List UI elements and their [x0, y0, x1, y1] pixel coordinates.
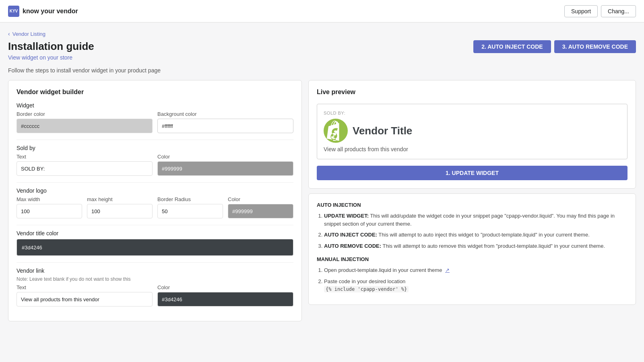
sold-by-row: Text Color #999999	[17, 154, 293, 176]
manual-item-2-text: Paste code in your desired location	[324, 278, 405, 284]
support-button[interactable]: Support	[564, 5, 598, 17]
sold-by-section-label: Sold by	[17, 145, 293, 151]
sold-by-color-value: #999999	[162, 166, 182, 172]
app-header: KYV know your vendor Support Chang...	[0, 0, 644, 23]
action-buttons: 2. AUTO INJECT CODE 3. AUTO REMOVE CODE	[473, 40, 636, 53]
breadcrumb[interactable]: ‹ Vendor Listing	[8, 31, 636, 37]
vendor-link-text-input[interactable]	[17, 292, 153, 306]
background-color-swatch[interactable]: #ffffff	[157, 119, 293, 133]
widget-builder-card: Vendor widget builder Widget Border colo…	[8, 80, 302, 321]
vendor-link-row: Text Color #3d4246	[17, 284, 293, 306]
injection-item-2: AUTO INJECT CODE: This will attempt to a…	[324, 231, 627, 239]
vendor-link-color-value: #3d4246	[162, 296, 182, 302]
change-button[interactable]: Chang...	[601, 5, 636, 17]
manual-injection-section: MANUAL INJECTION Open product-template.l…	[317, 256, 627, 293]
widget-color-row: Border color #cccccc Backgrount color #f…	[17, 111, 293, 133]
logo-color-group: Color #999999	[228, 196, 293, 218]
vendor-logo-row: Max width max height Border Radius Color	[17, 196, 293, 218]
vendor-link-text-label: Text	[17, 284, 153, 290]
sold-by-color-label: Color	[157, 154, 293, 160]
injection-item-2-bold: AUTO INJECT CODE:	[324, 232, 377, 238]
border-radius-input[interactable]	[157, 204, 223, 218]
vendor-title-color-swatch[interactable]: #3d4246	[17, 239, 293, 256]
vendor-row: Vendor Title	[324, 119, 621, 143]
manual-item-1-text: Open product-template.liquid in your cur…	[324, 267, 442, 273]
vendor-link-section-label: Vendor link	[17, 267, 293, 274]
app-title: know your vendor	[23, 8, 78, 15]
border-radius-label: Border Radius	[157, 196, 223, 202]
background-color-group: Backgrount color #ffffff	[157, 111, 293, 133]
injection-item-2-text: This will attempt to auto inject this wi…	[378, 232, 589, 238]
update-widget-button[interactable]: 1. UPDATE WIDGET	[317, 166, 627, 180]
view-widget-link[interactable]: View widget on your store	[8, 54, 72, 61]
sold-by-text-input[interactable]	[17, 161, 153, 176]
injection-item-1: UPDATE WIDGET: This will add/update the …	[324, 212, 627, 228]
code-snippet: {% include 'cpapp-vendor' %}	[324, 286, 409, 292]
install-note: Follow the steps to install vendor widge…	[8, 67, 636, 74]
page-header: Installation guide View widget on your s…	[8, 40, 636, 61]
manual-item-1: Open product-template.liquid in your cur…	[324, 266, 627, 274]
border-color-value: #cccccc	[21, 123, 39, 129]
widget-builder-column: Vendor widget builder Widget Border colo…	[8, 80, 302, 321]
max-height-group: max height	[87, 196, 153, 218]
vendor-title-section-label: Vendor title color	[17, 230, 293, 237]
app-icon: KYV	[8, 6, 19, 17]
header-right: Support Chang...	[564, 5, 636, 17]
injection-item-3-bold: AUTO REMOVE CODE:	[324, 243, 381, 249]
live-preview-title: Live preview	[317, 88, 627, 96]
preview-column: Live preview SOLD BY: Vendor Title View	[308, 80, 636, 305]
two-col-layout: Vendor widget builder Widget Border colo…	[8, 80, 636, 321]
breadcrumb-label: Vendor Listing	[12, 31, 45, 37]
injection-item-3-text: This will attempt to auto remove this wi…	[382, 243, 605, 249]
sold-by-text-group: Text	[17, 154, 153, 176]
page-title: Installation guide	[8, 40, 94, 53]
auto-injection-title: AUTO INJECTION	[317, 202, 627, 208]
auto-injection-section: AUTO INJECTION UPDATE WIDGET: This will …	[308, 193, 636, 305]
widget-preview: SOLD BY: Vendor Title View all products …	[317, 104, 627, 159]
logo-color-label: Color	[228, 196, 293, 202]
auto-inject-button[interactable]: 2. AUTO INJECT CODE	[473, 40, 551, 53]
vendor-link-color-group: Color #3d4246	[157, 284, 293, 306]
manual-injection-title: MANUAL INJECTION	[317, 256, 627, 262]
header-left: KYV know your vendor	[8, 6, 78, 17]
logo-color-swatch[interactable]: #999999	[228, 204, 293, 218]
border-color-group: Border color #cccccc	[17, 111, 153, 133]
manual-injection-list: Open product-template.liquid in your cur…	[317, 266, 627, 293]
max-width-group: Max width	[17, 196, 82, 218]
border-radius-group: Border Radius	[157, 196, 223, 218]
vendor-link-text-group: Text	[17, 284, 153, 306]
max-width-input[interactable]	[17, 204, 82, 218]
auto-remove-button[interactable]: 3. AUTO REMOVE CODE	[554, 40, 636, 53]
sold-by-text-label: Text	[17, 154, 153, 160]
vendor-title-color-value: #3d4246	[22, 245, 42, 251]
background-color-label: Backgrount color	[157, 111, 293, 117]
preview-vendor-link: View all products from this vendor	[324, 146, 621, 152]
sold-by-color-group: Color #999999	[157, 154, 293, 176]
breadcrumb-arrow: ‹	[8, 31, 10, 37]
sold-by-color-swatch[interactable]: #999999	[157, 161, 293, 176]
max-height-label: max height	[87, 196, 153, 202]
vendor-link-color-label: Color	[157, 284, 293, 290]
vendor-link-color-swatch[interactable]: #3d4246	[157, 292, 293, 306]
vendor-link-note: Note: Leave text blank if you do not wan…	[17, 276, 293, 282]
vendor-logo-section-label: Vendor logo	[17, 187, 293, 194]
injection-item-1-bold: UPDATE WIDGET:	[324, 213, 369, 219]
border-color-swatch[interactable]: #cccccc	[17, 119, 153, 133]
widget-section-label: Widget	[17, 102, 293, 109]
manual-item-2: Paste code in your desired location {% i…	[324, 278, 627, 293]
border-color-label: Border color	[17, 111, 153, 117]
external-link-icon[interactable]: ↗	[445, 266, 450, 274]
auto-injection-list: UPDATE WIDGET: This will add/update the …	[317, 212, 627, 250]
background-color-value: #ffffff	[162, 123, 173, 129]
preview-vendor-title: Vendor Title	[353, 125, 412, 137]
logo-color-value: #999999	[232, 208, 253, 214]
page-content: ‹ Vendor Listing Installation guide View…	[0, 23, 644, 329]
shopify-logo-icon	[326, 121, 346, 141]
vendor-logo	[324, 119, 348, 143]
max-height-input[interactable]	[87, 204, 153, 218]
max-width-label: Max width	[17, 196, 82, 202]
live-preview-card: Live preview SOLD BY: Vendor Title View	[308, 80, 636, 189]
widget-builder-title: Vendor widget builder	[17, 88, 293, 96]
vendor-title-color-group: #3d4246	[17, 239, 293, 256]
preview-sold-by: SOLD BY:	[324, 111, 621, 115]
